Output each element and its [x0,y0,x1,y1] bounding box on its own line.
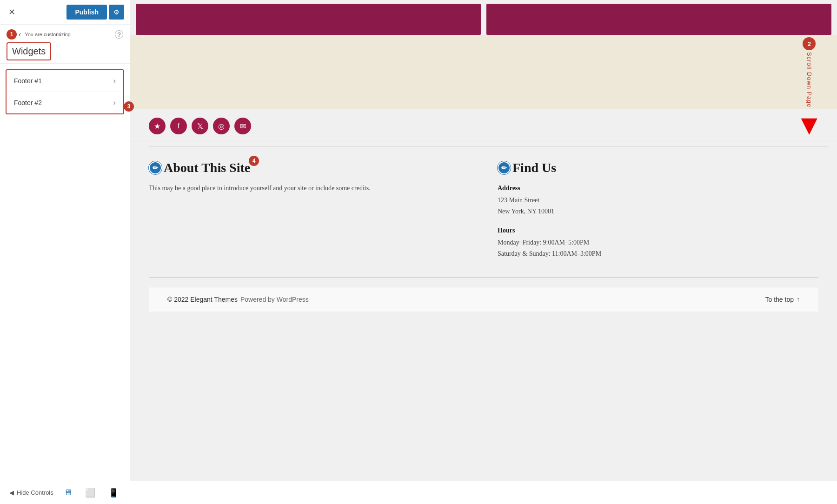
publish-button[interactable]: Publish [66,5,107,20]
footer-content-area: 4 ✏ About This Site This may be a good p… [130,146,837,481]
step3-badge-container: 3 [124,101,134,112]
about-widget-title: ✏ About This Site [149,160,470,175]
hero-banner-1 [136,4,481,35]
app-container: ✕ Publish ⚙ 1 ‹ You are customizing ? Wi… [0,0,837,504]
step2-badge: 2 [803,37,816,50]
desktop-device-button[interactable]: 🖥 [61,486,75,499]
bottom-bar-left: © 2022 Elegant Themes Powered by WordPre… [167,296,309,303]
chevron-right-icon-1: › [113,77,116,85]
sidebar-header-left: ✕ [6,6,18,18]
publish-group: Publish ⚙ [66,5,124,20]
find-us-edit-icon[interactable]: ✏ [498,161,511,174]
instagram-icon[interactable]: ◎ [213,118,230,134]
customizing-bar: 1 ‹ You are customizing ? Widgets [0,25,130,64]
help-button[interactable]: ? [115,30,123,39]
tablet-device-button[interactable]: ⬜ [82,486,98,500]
back-arrow[interactable]: ‹ [19,30,21,39]
close-button[interactable]: ✕ [6,6,18,18]
find-us-widget: ✏ Find Us Address 123 Main Street New Yo… [498,160,818,268]
footer-2-label: Footer #2 [14,99,42,106]
yelp-icon[interactable]: ★ [149,118,166,134]
toolbar: ◀ Hide Controls 🖥 ⬜ 📱 [0,481,837,504]
find-us-title-text: Find Us [512,160,556,175]
footer-sections-list: Footer #1 › Footer #2 › [6,69,124,114]
address-line1: 123 Main Street [498,195,818,206]
gear-button[interactable]: ⚙ [109,5,124,20]
address-label: Address [498,183,818,194]
find-us-widget-title: ✏ Find Us [498,160,818,175]
customizing-text: You are customizing [25,32,71,37]
copyright-text: © 2022 Elegant Themes [167,296,238,303]
social-strip: ★ f 𝕏 ◎ ✉ [130,109,837,141]
hide-controls-icon: ◀ [9,489,14,496]
widgets-title: Widgets [7,42,51,60]
about-edit-icon[interactable]: ✏ [149,161,162,174]
facebook-icon[interactable]: f [170,118,187,134]
main-layout: ✕ Publish ⚙ 1 ‹ You are customizing ? Wi… [0,0,837,481]
footer-1-item[interactable]: Footer #1 › [7,70,123,92]
scroll-down-indicator: 2 Scroll Down Page ▼ [796,37,823,139]
step3-badge: 3 [124,101,134,112]
address-block: Address 123 Main Street New York, NY 100… [498,183,818,217]
about-widget-body: This may be a good place to introduce yo… [149,183,470,194]
scroll-label: Scroll Down Page [806,52,813,107]
preview-area: 2 Scroll Down Page ▼ ★ f 𝕏 ◎ ✉ [130,0,837,481]
hide-controls-label: Hide Controls [17,489,53,496]
hero-banner-2 [486,4,831,35]
step1-badge: 1 [7,29,17,40]
step4-badge: 4 [249,156,259,166]
hours-line2: Saturday & Sunday: 11:00AM–3:00PM [498,248,818,259]
about-widget: ✏ About This Site This may be a good pla… [149,160,470,268]
hero-banners [130,0,837,35]
step4-badge-container: 4 [249,156,259,166]
up-arrow-icon: ↑ [797,296,800,303]
footer-widgets-row: ✏ About This Site This may be a good pla… [149,160,818,268]
hide-controls-button[interactable]: ◀ Hide Controls [9,489,53,496]
address-line2: New York, NY 10001 [498,206,818,217]
scroll-arrow-icon: ▼ [796,111,823,139]
hours-label: Hours [498,225,818,236]
footer-2-item[interactable]: Footer #2 › [7,92,123,113]
sidebar-header: ✕ Publish ⚙ [0,0,130,25]
about-title-text: About This Site [164,160,250,175]
to-top-label: To the top [765,296,794,303]
chevron-right-icon-2: › [113,99,116,107]
mobile-device-button[interactable]: 📱 [106,486,121,500]
to-top-link[interactable]: To the top ↑ [765,296,800,303]
sidebar: ✕ Publish ⚙ 1 ‹ You are customizing ? Wi… [0,0,130,481]
divider-2 [149,277,818,278]
customizing-label-row: 1 ‹ You are customizing ? [7,29,123,40]
footer-1-label: Footer #1 [14,77,42,85]
powered-text: Powered by WordPress [240,296,309,303]
cream-section [130,35,837,109]
hours-block: Hours Monday–Friday: 9:00AM–5:00PM Satur… [498,225,818,259]
email-icon[interactable]: ✉ [234,118,251,134]
twitter-icon[interactable]: 𝕏 [192,118,208,134]
bottom-bar: © 2022 Elegant Themes Powered by WordPre… [149,287,818,312]
find-us-widget-body: Address 123 Main Street New York, NY 100… [498,183,818,259]
hours-line1: Monday–Friday: 9:00AM–5:00PM [498,237,818,248]
